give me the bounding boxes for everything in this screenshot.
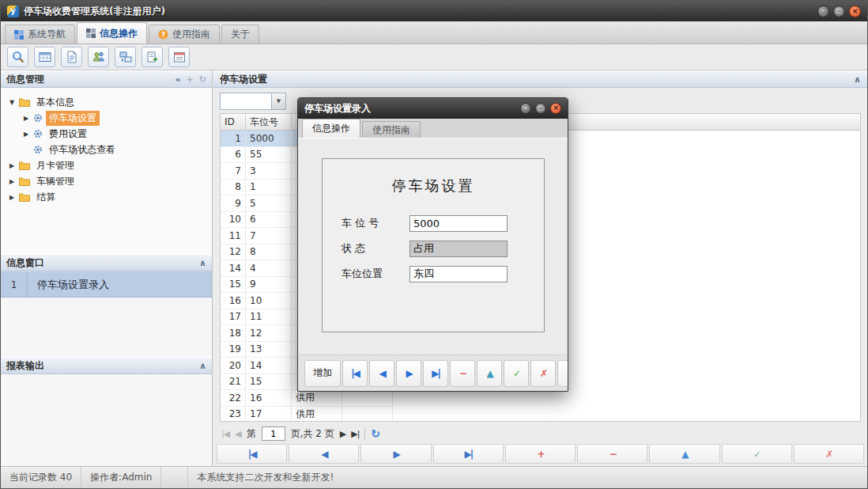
location-input[interactable] [409, 266, 508, 282]
folder-icon [19, 176, 30, 186]
status-input[interactable] [409, 241, 508, 257]
tree-expand-icon[interactable]: ▶ [8, 178, 16, 185]
table-row[interactable]: 2317供用 [221, 407, 860, 423]
refresh-icon[interactable]: ↻ [371, 427, 380, 440]
dialog-prev-button[interactable]: ◀ [369, 360, 394, 387]
add-icon: + [537, 449, 543, 460]
dialog-title-bar: 停车场设置录入 – □ × [298, 98, 568, 119]
chevron-up-icon[interactable]: ∧ [199, 259, 206, 267]
dialog-tab-user-guide[interactable]: 使用指南 [362, 121, 421, 138]
up-icon: ▲ [681, 449, 687, 460]
add-icon[interactable]: + [187, 75, 194, 84]
folder-icon [19, 161, 30, 170]
cell-id: 14 [221, 260, 246, 277]
tree-item[interactable]: ▶费用设置 [1, 126, 212, 142]
users-button[interactable] [88, 47, 109, 67]
collapse-left-icon[interactable]: « [175, 75, 180, 84]
dialog-cancel-button[interactable]: ✗ [530, 360, 556, 387]
prev-icon: ◀ [379, 368, 384, 379]
tree-expand-icon[interactable]: ▶ [8, 194, 16, 201]
cell-space-number: 3 [246, 163, 292, 180]
window-title: 停车场收费管理系统(非注册用户) [24, 5, 813, 18]
cell-status: 供用 [292, 407, 342, 423]
grid-icon [86, 28, 96, 38]
tree-expand-icon[interactable]: ▶ [22, 131, 30, 138]
cancel-record-button[interactable]: ✗ [794, 444, 864, 464]
close-button[interactable]: × [849, 6, 861, 17]
maximize-button[interactable]: □ [833, 6, 845, 17]
table-button[interactable] [34, 47, 55, 67]
schedule-button[interactable] [168, 47, 190, 67]
column-header-id[interactable]: ID [221, 114, 246, 130]
tab-info-operation[interactable]: 信息操作 [77, 22, 147, 44]
page-number-input[interactable] [262, 426, 285, 441]
last-page-button[interactable]: ▶| [351, 429, 359, 439]
up-record-button[interactable]: ▲ [649, 444, 719, 464]
first-page-button[interactable]: |◀ [221, 429, 229, 439]
prev-record-button[interactable]: ◀ [289, 444, 359, 464]
transfer-button[interactable] [115, 47, 136, 67]
next-record-button[interactable]: ▶ [360, 444, 431, 464]
chevron-down-icon[interactable]: ▼ [271, 93, 285, 109]
tab-label: 使用指南 [172, 28, 210, 41]
tree-item[interactable]: ▶停车场设置 [1, 110, 212, 126]
last-record-button[interactable]: ▶| [433, 444, 504, 464]
search-button[interactable] [7, 47, 28, 67]
dialog-remove-button[interactable]: − [450, 360, 475, 387]
tree-item[interactable]: 停车场状态查看 [1, 142, 212, 157]
tree-expand-icon[interactable]: ▶ [22, 115, 30, 122]
gear-icon [33, 145, 43, 154]
dialog-title: 停车场设置录入 [304, 102, 371, 116]
confirm-record-button[interactable]: ✓ [722, 444, 792, 464]
tree-expand-icon[interactable]: ▼ [8, 99, 16, 106]
location-field: 车位位置 [342, 265, 508, 282]
export-button[interactable] [142, 47, 163, 67]
main-tab-bar: 系统导航 信息操作 ? 使用指南 关于 [1, 21, 867, 44]
minimize-button[interactable]: – [817, 6, 829, 17]
table-row[interactable]: 2216供用 [221, 390, 860, 407]
dialog-next-button[interactable]: ▶ [396, 360, 421, 387]
dialog-up-button[interactable]: ▲ [477, 360, 502, 387]
dialog-add-button[interactable]: 增加 [304, 360, 341, 387]
dialog-more-button[interactable] [557, 360, 568, 387]
info-window-item[interactable]: 1 停车场设置录入 [1, 271, 212, 298]
dialog-close-button[interactable]: × [550, 103, 561, 114]
chevron-up-icon[interactable]: ∧ [854, 75, 861, 84]
gear-icon [33, 113, 43, 123]
main-header: 停车场设置 ∧ [213, 70, 867, 88]
prev-page-button[interactable]: ◀ [235, 429, 240, 439]
folder-icon [19, 97, 30, 107]
dialog-confirm-button[interactable]: ✓ [504, 360, 529, 387]
folder-icon [19, 192, 30, 202]
page-total-label: 页,共 2 页 [291, 427, 334, 441]
tab-system-nav[interactable]: 系统导航 [5, 25, 75, 44]
dialog-maximize-button[interactable]: □ [535, 103, 546, 114]
cell-space-number: 11 [246, 309, 292, 326]
next-page-button[interactable]: ▶ [340, 429, 345, 439]
tree-item[interactable]: ▶结算 [1, 189, 212, 205]
tree-item[interactable]: ▶月卡管理 [1, 157, 212, 173]
tree-expand-icon[interactable]: ▶ [8, 162, 16, 169]
dialog-minimize-button[interactable]: – [520, 103, 531, 114]
tree-item[interactable]: ▶车辆管理 [1, 173, 212, 189]
remove-record-button[interactable]: − [577, 444, 647, 464]
table-icon [39, 51, 51, 63]
document-button[interactable] [61, 47, 82, 67]
first-record-button[interactable]: |◀ [217, 444, 287, 464]
grid-icon [14, 30, 24, 40]
tree-item[interactable]: ▼基本信息 [1, 94, 212, 110]
first-icon: |◀ [248, 449, 256, 460]
dialog-last-button[interactable]: ▶| [423, 360, 448, 387]
tab-user-guide[interactable]: ? 使用指南 [149, 25, 220, 44]
title-bar: y 停车场收费管理系统(非注册用户) – □ × [1, 1, 867, 21]
tab-about[interactable]: 关于 [221, 25, 259, 44]
chevron-up-icon[interactable]: ∧ [199, 362, 206, 370]
status-bar: 当前记录数 40 操作者:Admin 本系统支持二次开发和全新开发! [1, 466, 867, 488]
column-header-space-number[interactable]: 车位号 [246, 114, 292, 130]
dialog-tab-info-operation[interactable]: 信息操作 [302, 119, 360, 138]
space-number-input[interactable] [409, 215, 508, 232]
refresh-icon[interactable]: ↻ [199, 75, 206, 84]
dialog-first-button[interactable]: |◀ [342, 360, 368, 387]
filter-combobox[interactable]: ▼ [220, 93, 286, 110]
add-record-button[interactable]: + [505, 444, 576, 464]
